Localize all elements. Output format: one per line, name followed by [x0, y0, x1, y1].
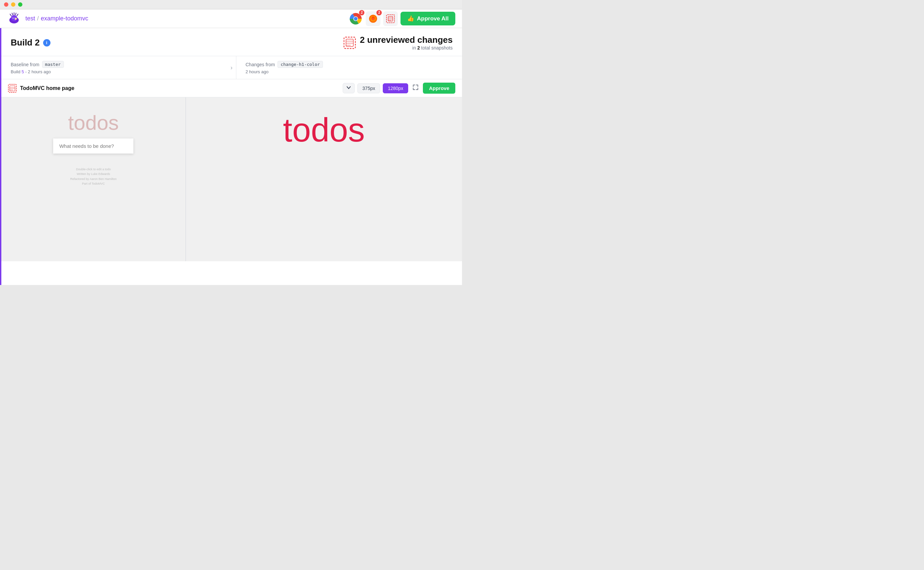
unreviewed-text: 2 unreviewed changes in 2 total snapshot…: [360, 35, 453, 51]
unreviewed-snapshot-icon: [343, 37, 356, 49]
todos-title-baseline: todos: [68, 111, 119, 135]
svg-line-3: [12, 13, 13, 15]
firefox-icon: [368, 14, 378, 24]
chrome-browser-icon-wrap[interactable]: 2: [348, 11, 363, 26]
window-chrome: [0, 0, 462, 9]
svg-point-13: [354, 17, 358, 20]
svg-rect-28: [10, 86, 15, 91]
snapshot-icon-wrap[interactable]: [383, 11, 398, 26]
thumbs-up-icon: 👍: [407, 15, 414, 22]
traffic-light-yellow[interactable]: [11, 2, 15, 7]
changes-sub: 2 hours ago: [246, 69, 453, 74]
todos-title-changes: todos: [283, 111, 365, 149]
todos-footer-baseline: Double-click to edit a todo Written by L…: [70, 167, 117, 186]
divider-arrow: ›: [227, 56, 236, 79]
snapshot-toolbar: TodoMVC home page 375px 1280px Approve: [2, 79, 462, 97]
baseline-preview: todos Double-click to edit a todo Writte…: [2, 97, 186, 261]
approve-button[interactable]: Approve: [423, 83, 455, 93]
app-header: test / example-todomvc 2: [0, 9, 462, 28]
svg-point-10: [15, 18, 17, 19]
unreviewed-count: 2 unreviewed changes: [360, 35, 453, 45]
breadcrumb: test / example-todomvc: [25, 15, 88, 22]
build-title-row: Build 2 i: [11, 37, 50, 48]
unreviewed-sub: in 2 total snapshots: [360, 45, 453, 51]
baseline-build-link[interactable]: 5: [22, 69, 24, 74]
approve-all-button[interactable]: 👍 Approve All: [400, 12, 455, 25]
expand-button[interactable]: [411, 83, 420, 93]
svg-rect-17: [386, 15, 394, 23]
firefox-browser-icon-wrap[interactable]: 2: [366, 11, 380, 26]
baseline-label: Baseline from master: [11, 61, 218, 68]
snapshot-name: TodoMVC home page: [20, 85, 74, 91]
baseline-section: Baseline from master Build 5 - 2 hours a…: [2, 56, 227, 79]
snapshot-icon: [386, 14, 395, 23]
build-title: Build 2: [11, 37, 40, 48]
baseline-branch-tag: master: [42, 61, 64, 68]
traffic-light-green[interactable]: [18, 2, 22, 7]
changes-branch-tag: change-h1-color: [278, 61, 322, 68]
chevron-down-icon: [346, 85, 351, 90]
todos-baseline-app: todos Double-click to edit a todo Writte…: [46, 111, 140, 186]
changes-label: Changes from change-h1-color: [246, 61, 453, 68]
header-left: test / example-todomvc: [7, 11, 348, 26]
snapshot-small-icon: [8, 84, 17, 93]
breadcrumb-test[interactable]: test: [25, 15, 35, 22]
changes-section: Changes from change-h1-color 2 hours ago: [236, 56, 462, 79]
todos-input-baseline[interactable]: [53, 138, 133, 153]
preview-area: todos Double-click to edit a todo Writte…: [2, 97, 462, 261]
traffic-light-red[interactable]: [4, 2, 8, 7]
main-content: Build 2 i 2 unreviewed changes in 2 tota…: [0, 28, 462, 285]
svg-line-5: [15, 13, 16, 15]
firefox-badge: 2: [376, 10, 382, 15]
build-header: Build 2 i 2 unreviewed changes in 2 tota…: [2, 28, 462, 56]
header-right: 2 2 👍 Approve All: [348, 11, 455, 26]
svg-line-6: [17, 14, 18, 16]
unreviewed-section: 2 unreviewed changes in 2 total snapshot…: [343, 35, 453, 51]
svg-point-1: [11, 15, 17, 21]
snapshot-toolbar-right: 375px 1280px Approve: [343, 83, 455, 93]
baseline-changes-row: Baseline from master Build 5 - 2 hours a…: [2, 56, 462, 79]
snapshot-toolbar-left: TodoMVC home page: [8, 84, 339, 93]
width-1280-button[interactable]: 1280px: [383, 83, 408, 93]
baseline-sub: Build 5 - 2 hours ago: [11, 69, 218, 74]
approve-all-label: Approve All: [417, 15, 449, 22]
snapshot-dropdown-button[interactable]: [343, 83, 355, 93]
svg-line-2: [10, 14, 11, 16]
changes-preview: todos: [186, 97, 462, 261]
svg-rect-23: [346, 39, 353, 46]
expand-icon: [412, 84, 419, 90]
chrome-badge: 2: [359, 10, 364, 15]
breadcrumb-separator: /: [37, 15, 39, 22]
breadcrumb-repo[interactable]: example-todomvc: [41, 15, 88, 22]
svg-point-7: [13, 17, 14, 18]
logo-hedgehog: [7, 11, 21, 26]
info-icon[interactable]: i: [43, 39, 50, 46]
width-375-button[interactable]: 375px: [357, 83, 380, 93]
svg-rect-22: [344, 37, 355, 49]
